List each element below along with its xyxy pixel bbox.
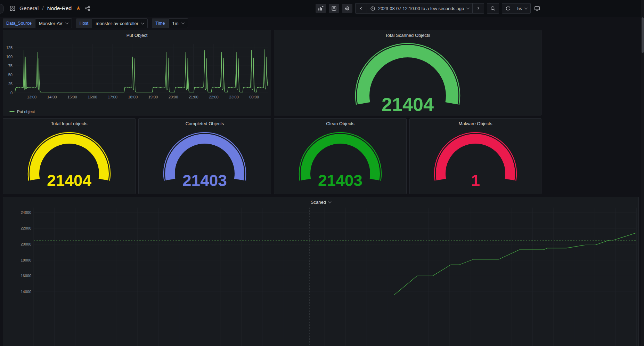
variable-value-dropdown[interactable]: 1m bbox=[169, 18, 188, 28]
svg-text:17:00: 17:00 bbox=[108, 95, 117, 99]
svg-text:13:00: 13:00 bbox=[27, 95, 37, 99]
time-range-picker-button[interactable]: 2023-08-07 12:10:00 to a few seconds ago bbox=[367, 3, 473, 14]
add-panel-button[interactable] bbox=[316, 4, 326, 13]
clock-icon bbox=[370, 6, 375, 11]
svg-text:15:00: 15:00 bbox=[67, 95, 77, 99]
panel-title[interactable]: Scaned bbox=[3, 197, 638, 207]
variable-value-dropdown[interactable]: Monster-AV bbox=[35, 18, 72, 28]
clean-gauge: 21403 bbox=[274, 128, 406, 194]
panel-title[interactable]: Total Scanned Objects bbox=[274, 30, 541, 40]
favorite-star-icon[interactable]: ★ bbox=[76, 6, 81, 11]
scaned-chart[interactable]: 240002200020000180001600014000 bbox=[3, 207, 638, 346]
save-dashboard-button[interactable] bbox=[329, 4, 339, 13]
refresh-interval-value: 5s bbox=[517, 6, 522, 11]
time-shift-back-button[interactable] bbox=[355, 3, 367, 14]
panel-title-text: Scaned bbox=[311, 200, 326, 205]
time-range-text: 2023-08-07 12:10:00 to a few seconds ago bbox=[378, 6, 464, 11]
svg-text:23:00: 23:00 bbox=[229, 95, 239, 99]
svg-text:75: 75 bbox=[8, 64, 13, 68]
refresh-button[interactable] bbox=[502, 3, 514, 14]
svg-text:20:00: 20:00 bbox=[169, 95, 178, 99]
time-shift-forward-button[interactable] bbox=[472, 3, 484, 14]
breadcrumb-section[interactable]: General bbox=[19, 5, 39, 11]
panel-completed-objects: Completed Objects 21403 bbox=[138, 118, 271, 194]
svg-text:24000: 24000 bbox=[21, 210, 31, 215]
variable-label: Data_Source bbox=[3, 18, 35, 28]
completed-gauge: 21403 bbox=[139, 128, 271, 194]
chevron-down-icon bbox=[524, 6, 528, 9]
refresh-interval-dropdown[interactable]: 5s bbox=[514, 3, 531, 14]
svg-text:16000: 16000 bbox=[21, 274, 31, 278]
panel-title[interactable]: Clean Objects bbox=[274, 119, 406, 128]
panel-title[interactable]: Completed Objects bbox=[139, 119, 271, 128]
chevron-down-icon bbox=[181, 21, 185, 24]
put-object-chart[interactable]: 025507510012513:0014:0015:0016:0017:0018… bbox=[3, 40, 271, 108]
top-navigation-bar: General / Node-Red ★ bbox=[0, 0, 644, 17]
dashboard-settings-button[interactable] bbox=[342, 4, 352, 13]
variable-label: Time bbox=[152, 18, 168, 28]
panel-total-scanned-objects: Total Scanned Objects 21404 bbox=[274, 30, 541, 115]
variable-time: Time 1m bbox=[152, 18, 188, 28]
breadcrumb-separator: / bbox=[42, 5, 43, 11]
svg-text:1: 1 bbox=[471, 171, 480, 190]
refresh-controls: 5s bbox=[502, 3, 531, 14]
chevron-down-icon bbox=[328, 200, 332, 203]
chart-legend: Put object bbox=[3, 108, 271, 115]
svg-text:18000: 18000 bbox=[21, 258, 31, 262]
variable-data-source: Data_Source Monster-AV bbox=[3, 18, 72, 28]
svg-text:125: 125 bbox=[6, 46, 13, 50]
svg-text:21:00: 21:00 bbox=[189, 95, 198, 99]
svg-text:20000: 20000 bbox=[21, 242, 31, 246]
dashboard-variables-row: Data_Source Monster-AV Host monster-av-c… bbox=[3, 17, 188, 30]
sidebar-toggle[interactable] bbox=[0, 4, 4, 14]
chevron-down-icon bbox=[65, 21, 68, 24]
legend-swatch bbox=[9, 111, 15, 112]
time-range-controls: 2023-08-07 12:10:00 to a few seconds ago bbox=[355, 3, 484, 14]
variable-host: Host monster-av-controller bbox=[76, 18, 148, 28]
legend-label[interactable]: Put object bbox=[17, 110, 35, 114]
svg-text:16:00: 16:00 bbox=[88, 95, 97, 99]
variable-value: monster-av-controller bbox=[96, 21, 138, 26]
svg-text:21404: 21404 bbox=[47, 171, 91, 190]
panel-title[interactable]: Put Object bbox=[3, 30, 271, 40]
svg-text:21404: 21404 bbox=[382, 94, 434, 115]
svg-text:14000: 14000 bbox=[21, 290, 31, 294]
svg-text:50: 50 bbox=[8, 73, 13, 77]
variable-value-dropdown[interactable]: monster-av-controller bbox=[92, 18, 148, 28]
vertical-scrollbar-thumb[interactable] bbox=[642, 17, 644, 53]
chevron-down-icon bbox=[141, 21, 145, 24]
variable-label: Host bbox=[76, 18, 92, 28]
panel-scaned: Scaned 240002200020000180001600014000 bbox=[3, 197, 639, 346]
svg-text:14:00: 14:00 bbox=[47, 95, 57, 99]
svg-text:19:00: 19:00 bbox=[148, 95, 158, 99]
total-scanned-gauge: 21404 bbox=[274, 40, 541, 115]
svg-text:25: 25 bbox=[8, 82, 13, 86]
panel-malware-objects: Malware Objects 1 bbox=[409, 118, 541, 194]
breadcrumb-page[interactable]: Node-Red bbox=[47, 5, 72, 11]
panel-title[interactable]: Malware Objects bbox=[410, 119, 541, 128]
malware-gauge: 1 bbox=[410, 128, 541, 194]
panel-put-object: Put Object 025507510012513:0014:0015:001… bbox=[3, 30, 271, 115]
variable-value: 1m bbox=[172, 21, 179, 26]
svg-text:00:00: 00:00 bbox=[249, 95, 259, 99]
svg-text:21403: 21403 bbox=[318, 171, 362, 190]
zoom-out-button[interactable] bbox=[487, 3, 499, 14]
kiosk-mode-button[interactable] bbox=[533, 5, 541, 12]
chevron-down-icon bbox=[466, 6, 470, 9]
variable-value: Monster-AV bbox=[39, 21, 63, 26]
svg-text:22:00: 22:00 bbox=[209, 95, 219, 99]
apps-grid-icon[interactable] bbox=[9, 5, 16, 12]
svg-text:18:00: 18:00 bbox=[128, 95, 138, 99]
total-input-gauge: 21404 bbox=[3, 128, 135, 194]
panel-title[interactable]: Total Input objects bbox=[3, 119, 135, 128]
svg-text:21403: 21403 bbox=[182, 171, 227, 190]
svg-text:22000: 22000 bbox=[21, 226, 31, 230]
svg-text:100: 100 bbox=[6, 55, 13, 59]
share-icon[interactable] bbox=[84, 5, 91, 12]
svg-text:0: 0 bbox=[10, 91, 13, 95]
panel-total-input-objects: Total Input objects 21404 bbox=[3, 118, 136, 194]
panel-clean-objects: Clean Objects 21403 bbox=[274, 118, 407, 194]
